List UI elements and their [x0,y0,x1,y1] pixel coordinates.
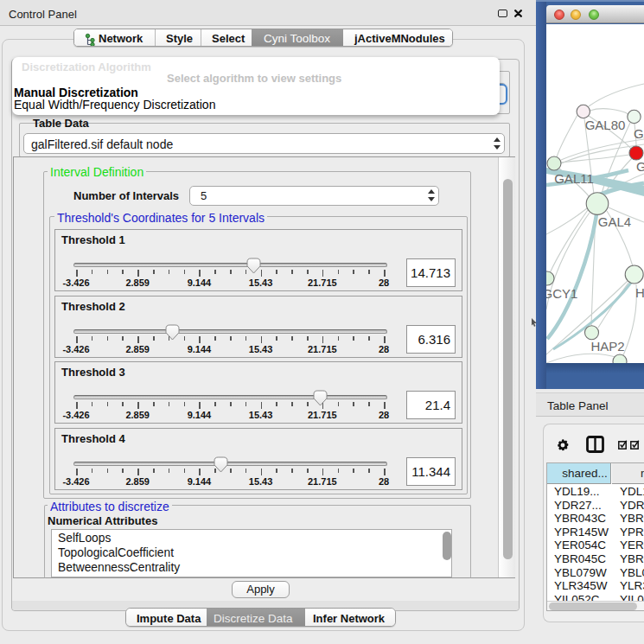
svg-text:GAL11: GAL11 [554,171,594,186]
svg-text:HAP2: HAP2 [590,339,624,354]
svg-text:GCY1: GCY1 [546,286,577,301]
svg-text:GAL80: GAL80 [585,118,626,132]
svg-text:GAL4: GAL4 [598,214,631,229]
svg-text:H: H [635,285,644,300]
svg-text:G: G [636,159,644,174]
svg-text:GA: GA [634,126,644,141]
